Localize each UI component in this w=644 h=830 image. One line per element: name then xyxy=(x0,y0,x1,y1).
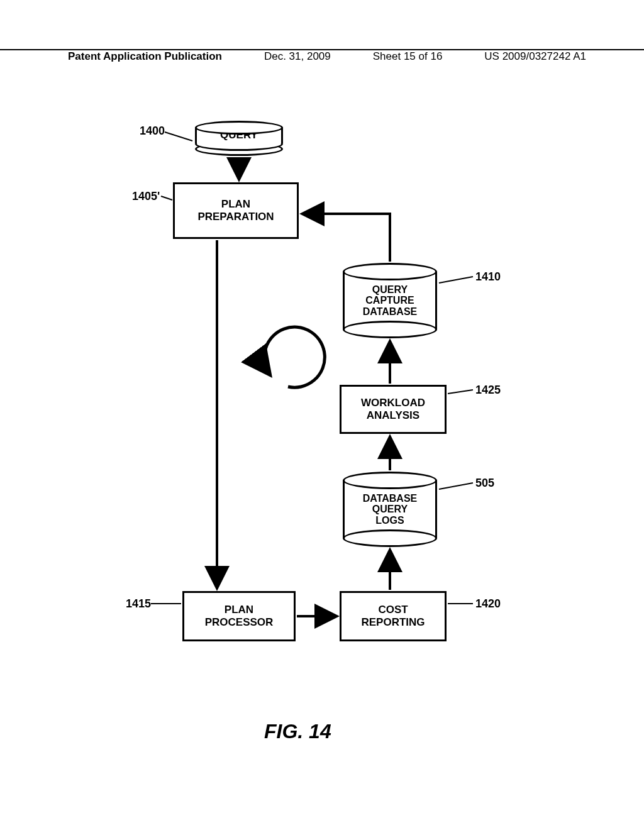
query-capture-db-node: QUERY CAPTURE DATABASE xyxy=(343,263,437,338)
ref-1405: 1405' xyxy=(132,190,160,203)
publication-date: Dec. 31, 2009 xyxy=(264,50,331,63)
publication-number: US 2009/0327242 A1 xyxy=(484,50,586,63)
ref-1425: 1425 xyxy=(475,384,501,397)
db-query-logs-label: DATABASE QUERY LOGS xyxy=(363,493,418,526)
diagram-canvas: QUERY PLAN PREPARATION QUERY CAPTURE DAT… xyxy=(0,94,644,723)
plan-preparation-node: PLAN PREPARATION xyxy=(173,182,299,239)
ref-1410: 1410 xyxy=(475,270,501,284)
plan-processor-label: PLAN PROCESSOR xyxy=(205,604,274,628)
ref-505: 505 xyxy=(475,477,494,490)
publication-label: Patent Application Publication xyxy=(68,50,222,63)
svg-line-6 xyxy=(165,132,192,141)
ref-1415: 1415 xyxy=(126,597,151,611)
query-capture-db-label: QUERY CAPTURE DATABASE xyxy=(363,284,418,318)
db-query-logs-node: DATABASE QUERY LOGS xyxy=(343,472,437,547)
ref-1400: 1400 xyxy=(140,124,165,138)
svg-line-9 xyxy=(448,390,473,394)
page-header: Patent Application Publication Dec. 31, … xyxy=(0,49,644,67)
cost-reporting-node: COST REPORTING xyxy=(340,591,447,641)
connectors xyxy=(0,94,644,723)
workload-analysis-node: WORKLOAD ANALYSIS xyxy=(340,385,447,434)
figure-caption: FIG. 14 xyxy=(264,720,331,743)
plan-processor-node: PLAN PROCESSOR xyxy=(182,591,296,641)
svg-line-10 xyxy=(439,483,473,489)
svg-line-8 xyxy=(439,277,473,283)
svg-line-7 xyxy=(161,196,172,200)
ref-1420: 1420 xyxy=(475,597,501,611)
cost-reporting-label: COST REPORTING xyxy=(361,604,425,628)
workload-analysis-label: WORKLOAD ANALYSIS xyxy=(361,397,425,421)
sheet-number: Sheet 15 of 16 xyxy=(373,50,443,63)
plan-preparation-label: PLAN PREPARATION xyxy=(197,198,274,223)
query-node: QUERY xyxy=(195,121,283,156)
